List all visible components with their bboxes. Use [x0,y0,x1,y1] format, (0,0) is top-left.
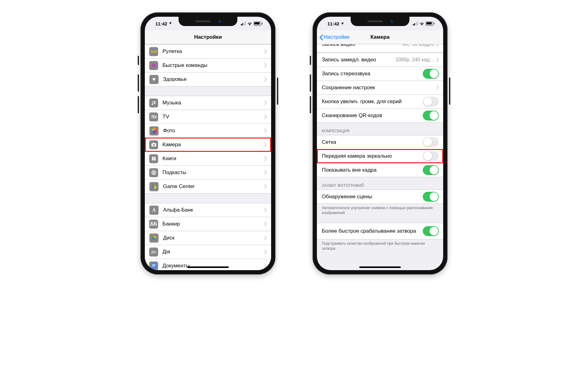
settings-row-camera[interactable]: Камера [145,138,271,152]
toggle[interactable] [423,226,439,236]
photos-icon [149,126,159,136]
measure-icon [149,47,158,56]
chevron-right-icon [264,264,267,268]
settings-row-podcasts[interactable]: Подкасты [145,166,271,180]
camera-row[interactable]: Показывать вне кадра [317,163,443,177]
section-header: ЗАХВАТ ФОТОГРАФИЙ [317,177,443,190]
chevron-right-icon [264,250,267,254]
settings-row-disk[interactable]: Диск [145,231,271,245]
chevron-right-icon [264,184,267,189]
toggle[interactable] [423,97,439,107]
battery-icon [254,22,262,26]
row-label: Более быстрое срабатывание затвора [322,228,423,234]
diia-icon: Дія [149,248,158,257]
toggle[interactable] [423,165,439,175]
row-label: Дія [162,249,264,255]
toggle[interactable] [423,111,439,121]
row-detail: 4K, 30 кадр/с [402,44,435,47]
row-label: Game Center [163,183,264,190]
gamecenter-icon [149,182,159,191]
row-label: Подкасты [162,169,264,176]
row-label: Альфа-Банк [163,207,264,213]
row-label: Показывать вне кадра [322,167,423,173]
toggle[interactable] [423,69,439,79]
page-title: Камера [370,34,390,40]
settings-row-diia[interactable]: ДіяДія [145,245,271,259]
back-label: Настройки [324,34,349,40]
phone-left: 11:42 Настройки РулеткаБыстрые команды♥З… [141,12,275,274]
settings-row-bankir[interactable]: БББанкир [145,217,271,231]
svg-rect-23 [152,264,155,265]
svg-rect-24 [152,265,155,266]
camera-row[interactable]: Сохранение настроек [317,81,443,95]
row-label: Обнаружение сцены [322,194,423,200]
location-icon [168,21,172,26]
chevron-right-icon [264,143,267,147]
camera-row-record-video[interactable]: Запись видео4K, 30 кадр/с [317,44,443,53]
svg-point-13 [152,128,154,130]
settings-row-docs[interactable]: Документы [145,259,271,270]
camera-row[interactable]: Более быстрое срабатывание затвора [317,223,443,239]
row-label: Запись стереозвука [322,71,423,77]
chevron-right-icon [264,101,267,105]
chevron-right-icon [436,86,439,90]
settings-row-alpha[interactable]: ААльфа-Банк [145,203,271,217]
books-icon [149,154,158,163]
svg-rect-22 [151,263,156,269]
home-indicator [359,266,401,268]
row-label: Документы [162,263,264,269]
camera-icon [149,140,158,149]
navbar-settings: Настройки [145,30,271,44]
bankir-icon: ББ [149,220,158,229]
settings-row-tv[interactable]: tvTV [145,110,271,124]
row-label: Диск [163,235,264,241]
chevron-right-icon [264,77,267,81]
section-footer: Подстраивать качество изображений при бы… [317,239,443,254]
row-detail: 1080p, 240 кад… [396,57,435,63]
location-icon [340,21,344,26]
chevron-right-icon [264,170,267,175]
row-label: Книги [162,156,264,162]
notch [351,17,409,26]
camera-row[interactable]: Передняя камера зеркально [317,149,443,163]
svg-point-14 [153,144,155,146]
row-label: Банкир [162,221,264,227]
section-header: КОМПОЗИЦИЯ [317,123,443,135]
wifi-icon [247,22,252,25]
signal-icon [413,22,418,25]
camera-row[interactable]: Запись стереозвука [317,67,443,81]
notch [179,17,237,26]
settings-row-gamecenter[interactable]: Game Center [145,180,271,193]
docs-icon [149,261,158,270]
camera-row[interactable]: Сетка [317,135,443,149]
row-label: Камера [162,142,264,148]
chevron-right-icon [264,49,267,54]
status-time: 11:42 [327,21,339,26]
row-label: Сканирование QR-кодов [322,112,423,119]
settings-row-photos[interactable]: Фото [145,124,271,138]
camera-row[interactable]: Обнаружение сцены [317,190,443,204]
camera-row[interactable]: Сканирование QR-кодов [317,109,443,122]
toggle[interactable] [423,192,439,202]
section-footer: Автоматическое улучшение снимков с помощ… [317,204,443,218]
back-button[interactable]: Настройки [319,34,349,41]
chevron-right-icon [264,208,267,212]
toggle[interactable] [423,151,439,161]
row-label: Музыка [162,100,264,106]
row-label: Запись замедл. видео [322,57,396,63]
settings-row-music[interactable]: Музыка [145,96,271,110]
chevron-right-icon [264,222,267,226]
home-indicator [187,266,229,268]
settings-row-measure[interactable]: Рулетка [145,45,271,59]
alpha-icon: А [149,205,159,215]
page-title: Настройки [194,34,222,40]
battery-icon [426,22,435,26]
settings-row-books[interactable]: Книги [145,152,271,166]
toggle[interactable] [423,137,439,147]
camera-row[interactable]: Запись замедл. видео1080p, 240 кад… [317,53,443,67]
settings-row-shortcuts[interactable]: Быстрые команды [145,59,271,72]
settings-row-health[interactable]: ♥Здоровье [145,72,271,86]
chevron-right-icon [264,63,267,68]
camera-row[interactable]: Кнопка увелич. громк. для серий [317,95,443,109]
phone-right: 11:42 Настройки Кам [313,12,447,274]
